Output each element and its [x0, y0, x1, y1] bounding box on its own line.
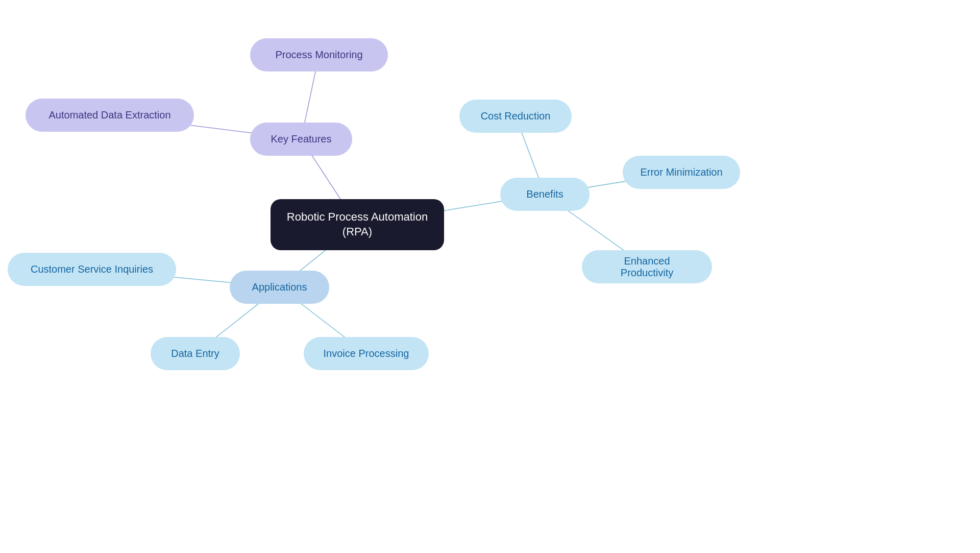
process-monitoring-label: Process Monitoring	[275, 49, 362, 61]
process-monitoring-node[interactable]: Process Monitoring	[250, 38, 388, 71]
invoice-processing-node[interactable]: Invoice Processing	[304, 337, 429, 370]
automated-data-extraction-node[interactable]: Automated Data Extraction	[26, 99, 194, 132]
enhanced-productivity-node[interactable]: Enhanced Productivity	[582, 250, 712, 283]
data-entry-node[interactable]: Data Entry	[151, 337, 240, 370]
key-features-label: Key Features	[271, 133, 332, 145]
cost-reduction-node[interactable]: Cost Reduction	[459, 100, 572, 133]
data-entry-label: Data Entry	[171, 348, 219, 359]
applications-label: Applications	[252, 281, 307, 293]
key-features-node[interactable]: Key Features	[250, 123, 352, 156]
error-minimization-label: Error Minimization	[640, 166, 722, 178]
central-label: Robotic Process Automation (RPA)	[287, 210, 428, 239]
enhanced-productivity-label: Enhanced Productivity	[597, 255, 697, 279]
benefits-node[interactable]: Benefits	[500, 178, 590, 211]
cost-reduction-label: Cost Reduction	[481, 110, 551, 122]
central-node[interactable]: Robotic Process Automation (RPA)	[271, 199, 444, 250]
error-minimization-node[interactable]: Error Minimization	[623, 156, 740, 189]
invoice-processing-label: Invoice Processing	[324, 348, 409, 359]
automated-data-extraction-label: Automated Data Extraction	[48, 109, 170, 121]
customer-service-label: Customer Service Inquiries	[31, 263, 153, 275]
customer-service-node[interactable]: Customer Service Inquiries	[8, 253, 176, 286]
benefits-label: Benefits	[526, 188, 563, 200]
applications-node[interactable]: Applications	[230, 271, 329, 304]
